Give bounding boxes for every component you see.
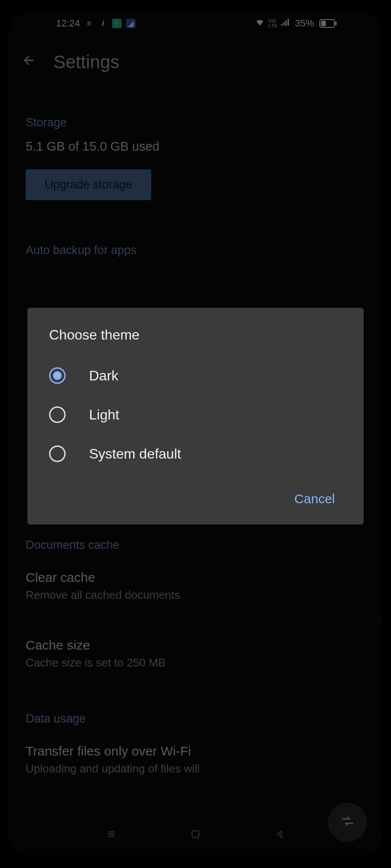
cache-size-item[interactable]: Cache size Cache size is set to 250 MB bbox=[26, 623, 365, 682]
cache-size-title: Cache size bbox=[26, 638, 365, 653]
data-usage-header: Data usage bbox=[26, 712, 365, 726]
theme-option-label: Dark bbox=[89, 368, 119, 384]
data-usage-section: Data usage Transfer files only over Wi-F… bbox=[26, 682, 365, 788]
nav-menu-icon[interactable]: ≡ bbox=[103, 827, 120, 842]
theme-option-system-default[interactable]: System default bbox=[49, 434, 342, 473]
cancel-button[interactable]: Cancel bbox=[290, 486, 339, 512]
page-title: Settings bbox=[53, 52, 119, 73]
volte-icon: VO LTE bbox=[268, 19, 278, 28]
upload-icon: ↑ bbox=[112, 19, 122, 28]
svg-rect-1 bbox=[283, 22, 285, 26]
autobackup-section: Auto backup for apps bbox=[26, 200, 365, 257]
system-nav-bar: ≡ bbox=[8, 817, 383, 851]
theme-option-label: System default bbox=[89, 446, 181, 462]
clear-cache-title: Clear cache bbox=[26, 570, 365, 585]
status-bar: 12:24 ≡ i ↑ ◢ VO LTE 35% bbox=[8, 13, 383, 34]
theme-option-label: Light bbox=[89, 407, 119, 423]
choose-theme-dialog: Choose theme Dark Light System default C… bbox=[27, 308, 364, 525]
cache-size-sub: Cache size is set to 250 MB bbox=[26, 654, 365, 671]
clear-cache-sub: Remove all cached documents bbox=[26, 587, 365, 604]
battery-fill bbox=[321, 21, 326, 26]
signal-icon bbox=[281, 18, 292, 29]
wifi-only-sub: Uploading and updating of files will bbox=[26, 760, 365, 777]
info-icon: i bbox=[98, 19, 108, 28]
svg-rect-3 bbox=[288, 19, 289, 26]
svg-rect-4 bbox=[192, 831, 199, 838]
wifi-icon bbox=[255, 18, 265, 29]
svg-rect-0 bbox=[281, 24, 282, 26]
clear-cache-item[interactable]: Clear cache Remove all cached documents bbox=[26, 560, 365, 614]
theme-option-dark[interactable]: Dark bbox=[49, 356, 342, 395]
autobackup-header: Auto backup for apps bbox=[26, 244, 365, 257]
back-arrow-icon[interactable] bbox=[21, 53, 36, 72]
documents-cache-header: Documents cache bbox=[26, 538, 365, 552]
documents-cache-section: Documents cache Clear cache Remove all c… bbox=[26, 508, 365, 682]
svg-rect-2 bbox=[285, 20, 287, 26]
theme-option-light[interactable]: Light bbox=[49, 395, 342, 434]
app-bar: Settings bbox=[8, 34, 383, 86]
battery-percent: 35% bbox=[295, 18, 314, 29]
wifi-only-title: Transfer files only over Wi-Fi bbox=[26, 744, 365, 759]
nav-back-icon[interactable] bbox=[271, 829, 288, 839]
wifi-only-item[interactable]: Transfer files only over Wi-Fi Uploading… bbox=[26, 733, 365, 788]
chart-icon: ◢ bbox=[126, 19, 136, 28]
dialog-title: Choose theme bbox=[49, 327, 342, 343]
radio-unselected-icon bbox=[49, 446, 66, 462]
radio-selected-icon bbox=[49, 367, 66, 384]
radio-unselected-icon bbox=[49, 406, 66, 423]
rotate-fab[interactable] bbox=[328, 803, 367, 842]
battery-icon bbox=[319, 19, 335, 28]
notification-icon: ≡ bbox=[84, 19, 94, 28]
status-time: 12:24 bbox=[56, 18, 80, 29]
storage-header: Storage bbox=[26, 116, 365, 129]
nav-home-icon[interactable] bbox=[187, 829, 204, 839]
storage-usage: 5.1 GB of 15.0 GB used bbox=[26, 137, 365, 156]
upgrade-storage-button[interactable]: Upgrade storage bbox=[26, 169, 151, 200]
rotate-icon bbox=[341, 815, 355, 830]
storage-section: Storage 5.1 GB of 15.0 GB used Upgrade s… bbox=[26, 86, 365, 200]
